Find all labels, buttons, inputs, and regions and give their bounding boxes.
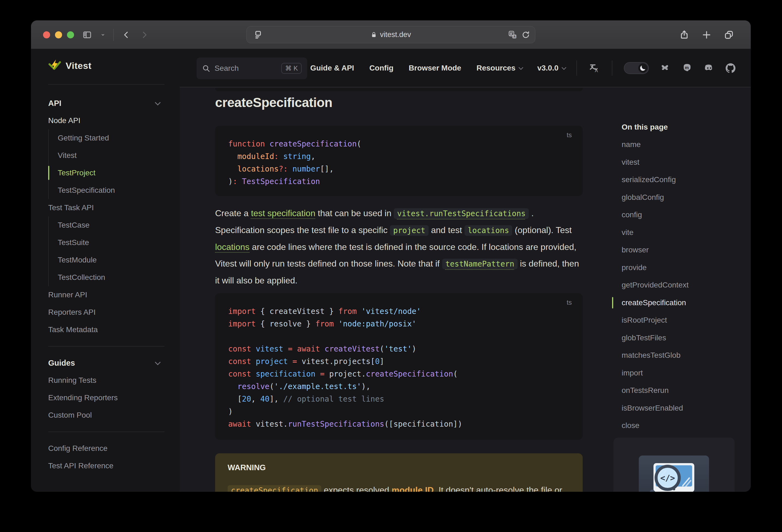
moon-icon (640, 65, 646, 71)
sidebar-item-runner-api[interactable]: Runner API (31, 286, 180, 304)
sidebar-group-guides[interactable]: Guides (31, 354, 180, 371)
url-text[interactable]: vitest.dev (380, 31, 411, 39)
sidebar-item-testspecification[interactable]: TestSpecification (49, 182, 180, 199)
sidebar-group-api[interactable]: API (31, 95, 180, 112)
outline-item-createspecification[interactable]: createSpecification (621, 294, 739, 312)
reload-icon[interactable] (522, 31, 530, 39)
address-bar[interactable]: vitest.dev A (246, 26, 535, 43)
browser-toolbar: vitest.dev A (31, 21, 751, 49)
nav-link-guide-api[interactable]: Guide & API (310, 64, 354, 72)
share-icon[interactable] (679, 30, 689, 40)
sidebar-item-vitest[interactable]: Vitest (49, 147, 180, 164)
sidebar-sub-group: Getting StartedVitestTestProjectTestSpec… (48, 129, 180, 199)
chevron-down-icon (562, 65, 566, 70)
outline-item-import[interactable]: import (621, 364, 739, 382)
forward-button[interactable] (139, 29, 150, 40)
sidebar-item-testmodule[interactable]: TestModule (49, 251, 180, 269)
locations-code: locations (464, 225, 512, 236)
outline-item-vitest[interactable]: vitest (621, 153, 739, 171)
sidebar-item-test-api-reference[interactable]: Test API Reference (31, 457, 180, 474)
minimize-window-button[interactable] (55, 31, 62, 38)
mastodon-icon[interactable]: m (682, 63, 692, 73)
outline-item-provide[interactable]: provide (621, 259, 739, 277)
sidebar-item-extending-reporters[interactable]: Extending Reporters (31, 389, 180, 406)
close-window-button[interactable] (43, 31, 50, 38)
sidebar-item-task-metadata[interactable]: Task Metadata (31, 321, 180, 339)
outline-item-isbrowserenabled[interactable]: isBrowserEnabled (621, 399, 739, 417)
nav-divider (612, 61, 612, 76)
code-block-signature[interactable]: ts function createSpecification( moduleI… (215, 126, 583, 196)
module-id-wlink[interactable]: module ID (392, 485, 434, 492)
browser-window: vitest.dev A (31, 21, 751, 492)
outline-item-close[interactable]: close (621, 417, 739, 434)
translate-icon[interactable]: A (508, 31, 517, 39)
sidebar-item-running-tests[interactable]: Running Tests (31, 371, 180, 389)
doc-sidebar: Vitest APINode APIGetting StartedVitestT… (31, 49, 180, 492)
search-input[interactable]: Search ⌘ K (197, 58, 307, 79)
warning-title: WARNING (227, 463, 570, 472)
bluesky-icon[interactable] (660, 63, 670, 73)
sidebar-item-testsuite[interactable]: TestSuite (49, 234, 180, 251)
description-paragraph: Create a test specification that can be … (215, 205, 584, 289)
site-title: Vitest (66, 61, 92, 71)
outline-item-isrootproject[interactable]: isRootProject (621, 312, 739, 329)
sidebar-sub-group: TestCaseTestSuiteTestModuleTestCollectio… (48, 216, 180, 286)
outline-item-browser[interactable]: browser (621, 241, 739, 259)
outline-item-ontestsrerun[interactable]: onTestsRerun (621, 382, 739, 399)
sidebar-item-testproject[interactable]: TestProject (49, 164, 180, 182)
sidebar-item-test-task-api[interactable]: Test Task API (31, 199, 180, 216)
sidebar-item-node-api[interactable]: Node API (31, 112, 180, 129)
warning-body: createSpecification expects resolved mod… (227, 482, 570, 492)
outline-item-name[interactable]: name (621, 136, 739, 153)
svg-text:m: m (685, 65, 689, 70)
sidebar-item-custom-pool[interactable]: Custom Pool (31, 406, 180, 424)
nav-link-resources[interactable]: Resources (476, 64, 522, 72)
sidebar-item-getting-started[interactable]: Getting Started (49, 129, 180, 147)
outline-item-config[interactable]: config (621, 206, 739, 224)
test-specification-link[interactable]: test specification (251, 208, 316, 218)
sidebar-item-config-reference[interactable]: Config Reference (31, 440, 180, 457)
zoom-window-button[interactable] (67, 31, 74, 38)
sidebar-item-testcase[interactable]: TestCase (49, 216, 180, 234)
magnifier-code-icon: </> (654, 465, 681, 491)
nav-link-config[interactable]: Config (369, 64, 393, 72)
discord-icon[interactable] (704, 63, 714, 73)
nav-divider (576, 61, 577, 76)
tab-overview-button[interactable] (724, 30, 734, 40)
project-code: project (390, 225, 429, 236)
sidebar-divider (48, 431, 165, 432)
sidebar-item-testcollection[interactable]: TestCollection (49, 269, 180, 286)
github-icon[interactable] (725, 63, 736, 73)
theme-toggle-knob (638, 64, 647, 73)
outline-item-serializedconfig[interactable]: serializedConfig (621, 171, 739, 189)
svg-text:A: A (513, 35, 516, 38)
screenshot-root: { "chrome": { "url": "vitest.dev", "traf… (0, 0, 782, 532)
back-button[interactable] (121, 29, 132, 40)
code-block-example[interactable]: ts import { createVitest } from 'vitest/… (215, 293, 583, 440)
locations-link[interactable]: locations (215, 242, 249, 252)
vitest-runtestspecifications-codelink[interactable]: vitest.runTestSpecifications (394, 208, 529, 219)
testnamepattern-codelink[interactable]: testNamePattern (442, 259, 518, 269)
theme-toggle[interactable] (624, 62, 649, 74)
sponsor-placeholder[interactable]: </> (613, 437, 735, 492)
sidebar-toggle-button[interactable] (82, 29, 93, 40)
nav-links: Guide & APIConfigBrowser ModeResourcesv3… (310, 64, 565, 72)
lock-icon (370, 32, 377, 38)
outline-title: On this page (621, 118, 739, 136)
sidebar-item-reporters-api[interactable]: Reporters API (31, 304, 180, 321)
sidebar-menu-chevron[interactable] (100, 29, 106, 40)
sidebar-icon (82, 30, 92, 39)
nav-link-browser-mode[interactable]: Browser Mode (409, 64, 461, 72)
outline-item-getprovidedcontext[interactable]: getProvidedContext (621, 276, 739, 294)
language-menu-button[interactable]: A (589, 63, 600, 73)
search-icon (202, 64, 210, 72)
code-lang-badge: ts (567, 131, 572, 139)
site-logo[interactable]: Vitest (48, 59, 92, 72)
outline-item-matchestestglob[interactable]: matchesTestGlob (621, 347, 739, 364)
outline-item-globtestfiles[interactable]: globTestFiles (621, 329, 739, 347)
outline-item-globalconfig[interactable]: globalConfig (621, 189, 739, 206)
toolbar-divider (113, 29, 114, 41)
new-tab-button[interactable] (702, 30, 711, 40)
outline-item-vite[interactable]: vite (621, 224, 739, 242)
nav-link-v3-0-0[interactable]: v3.0.0 (537, 64, 565, 72)
